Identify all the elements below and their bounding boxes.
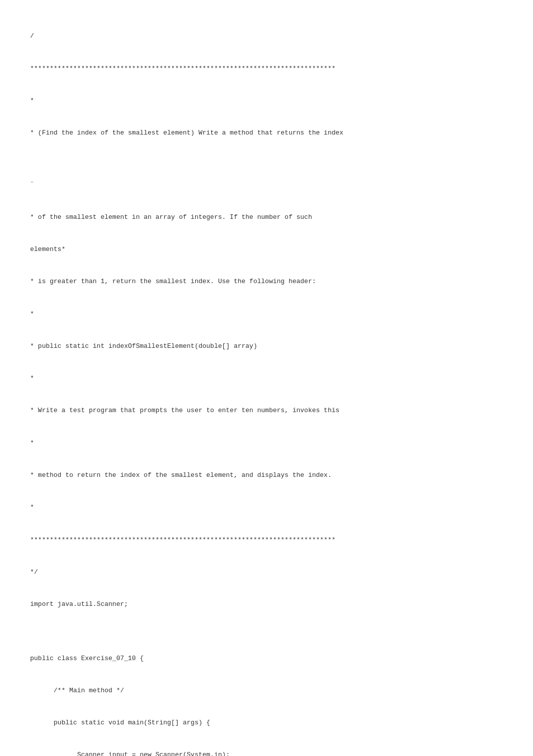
stars-end: ****************************************… [30, 536, 336, 544]
header-slash: / [30, 32, 34, 40]
code-content-2: ¨ * of the smallest element in an array … [30, 169, 503, 756]
comment-line5: * public static int indexOfSmallestEleme… [30, 342, 257, 350]
comment-line7: * method to return the index of the smal… [30, 471, 332, 479]
comment-line2: * of the smallest element in an array of… [30, 213, 312, 221]
import-line: import java.util.Scanner; [30, 600, 128, 608]
stars-line-1: ****************************************… [30, 65, 336, 72]
scanner-line: Scanner input = new Scanner(System.in); [30, 751, 230, 756]
class-line: public class Exercise_07_10 { [30, 655, 144, 662]
comment-blank4: * [30, 503, 34, 511]
code-content: / **************************************… [30, 20, 503, 139]
comment-blank2: * [30, 374, 34, 382]
comment-line4: * is greater than 1, return the smallest… [30, 278, 316, 285]
ellipsis: ¨ [30, 181, 34, 188]
main-method: public static void main(String[] args) { [30, 719, 210, 726]
main-comment: /** Main method */ [30, 687, 124, 694]
comment-line1: * (Find the index of the smallest elemen… [30, 129, 343, 137]
comment-blank3: * [30, 439, 34, 447]
comment-line3: elements* [30, 245, 65, 253]
comment-line6: * Write a test program that prompts the … [30, 407, 339, 414]
blank-star: * [30, 97, 34, 104]
close-comment: */ [30, 568, 38, 576]
comment-blank1: * [30, 310, 34, 318]
